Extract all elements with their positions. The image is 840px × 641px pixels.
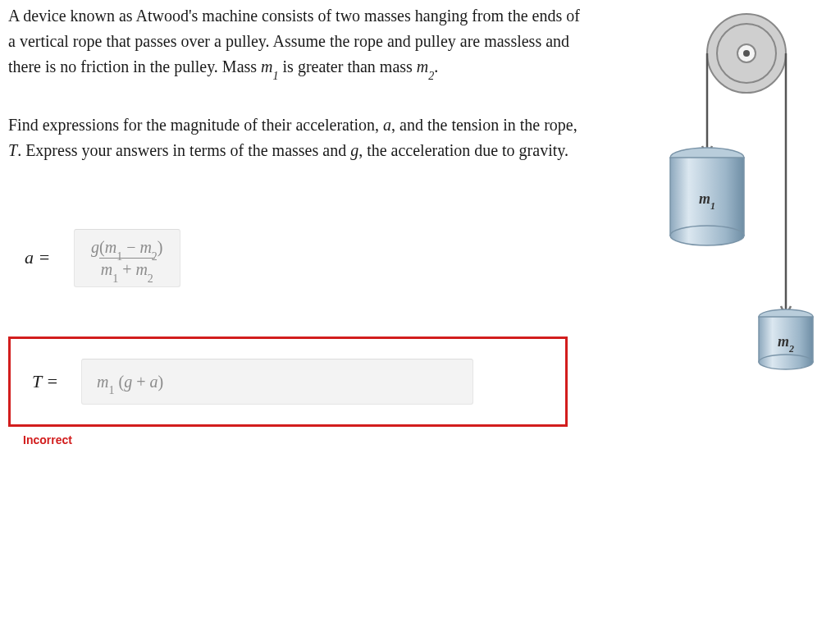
answer-a-lhs: a = [25, 244, 74, 272]
svg-point-3 [743, 50, 750, 57]
problem-paragraph-1: A device known as Atwood's machine consi… [8, 3, 582, 80]
answer-T-lhs: T = [32, 368, 81, 396]
answer-row-a: a = g(m1 − m2) m1 + m2 [25, 229, 582, 287]
incorrect-label: Incorrect [23, 432, 582, 450]
answer-a-input[interactable]: g(m1 − m2) m1 + m2 [74, 229, 180, 287]
atwood-figure: m1 m2 [664, 8, 829, 378]
problem-paragraph-2: Find expressions for the magnitude of th… [8, 112, 582, 163]
incorrect-frame: T = m1 (g + a) [8, 337, 568, 427]
svg-point-8 [670, 226, 744, 245]
answer-T-input[interactable]: m1 (g + a) [81, 359, 473, 405]
svg-point-12 [759, 355, 813, 369]
answer-row-T: T = m1 (g + a) [32, 359, 559, 405]
mass-m1: m1 [670, 148, 744, 245]
mass-m2: m2 [759, 309, 813, 369]
